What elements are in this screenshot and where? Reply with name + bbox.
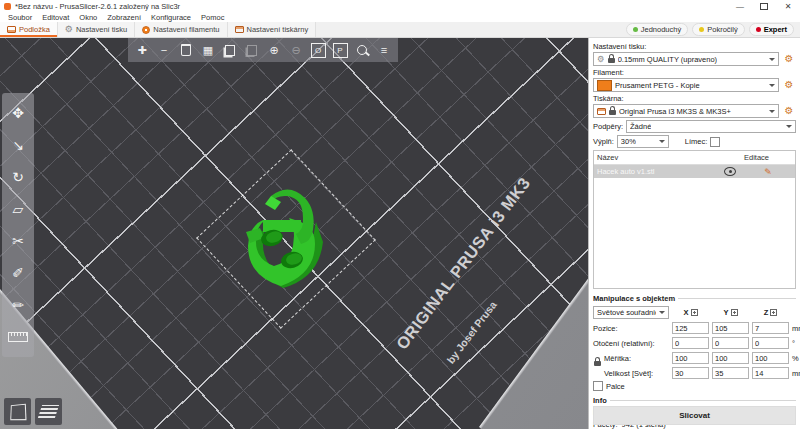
printer-label: Tiskárna: — [593, 94, 796, 103]
edit-object-icon[interactable]: ✎ — [764, 167, 772, 177]
info-title: Info — [593, 396, 796, 405]
mode-expert[interactable]: Expert — [749, 23, 794, 36]
model-hook[interactable] — [230, 176, 334, 296]
seam-painting-icon[interactable]: ✏ — [5, 291, 31, 319]
chevron-down-icon — [659, 311, 665, 314]
split-to-objects-icon[interactable]: O — [308, 41, 328, 60]
scale-unit: % — [792, 354, 800, 363]
slice-button[interactable]: Slicovat — [593, 406, 796, 425]
tab-printer-settings[interactable]: Nastavení tiskárny — [228, 22, 317, 37]
cut-tool-icon[interactable]: ✂ — [5, 227, 31, 255]
mode-advanced[interactable]: Pokročilý — [692, 23, 744, 36]
close-button[interactable]: ✕ — [776, 0, 800, 12]
mode-advanced-label: Pokročilý — [707, 25, 737, 34]
position-label: Pozice: — [593, 324, 669, 333]
printer-icon — [597, 108, 606, 115]
rotation-z-input[interactable] — [752, 337, 789, 349]
axis-y-icon[interactable] — [731, 309, 738, 316]
editor-view-button[interactable] — [4, 398, 31, 425]
uniform-scale-lock-icon[interactable] — [594, 361, 601, 366]
add-object-icon[interactable]: ✚ — [132, 41, 152, 60]
rotation-y-input[interactable] — [712, 337, 749, 349]
size-x-input[interactable] — [672, 367, 709, 379]
delete-object-icon[interactable]: − — [154, 41, 174, 60]
position-z-input[interactable] — [752, 322, 789, 334]
scale-z-input[interactable] — [752, 352, 789, 364]
rotate-gizmo-icon[interactable]: ↻ — [5, 163, 31, 191]
tab-plater[interactable]: Podložka — [0, 22, 58, 37]
window-controls: — ✕ — [728, 0, 800, 12]
tab-filament-settings[interactable]: Nastavení filamentu — [135, 22, 227, 37]
supports-combo[interactable]: Žádné — [626, 120, 796, 133]
split-parts-box-icon: P — [333, 43, 348, 58]
axis-z-icon[interactable] — [770, 309, 777, 316]
filament-value: Prusament PETG - Kopie — [615, 81, 700, 90]
filament-label: Filament: — [593, 68, 796, 77]
paste-icon[interactable] — [242, 41, 262, 60]
ruler-icon — [8, 332, 28, 342]
object-list-row[interactable]: Hacek auto v1.stl ✎ — [594, 165, 795, 178]
coordinate-system-combo[interactable]: Světové souřadnice — [593, 306, 669, 319]
scale-gizmo-icon[interactable]: ↘ — [5, 131, 31, 159]
split-to-parts-icon[interactable]: P — [330, 41, 350, 60]
variable-layer-height-icon[interactable]: ≡ — [374, 41, 394, 60]
scale-x-input[interactable] — [672, 352, 709, 364]
edit-print-settings-button[interactable]: ⚙ — [782, 52, 796, 66]
printer-icon — [235, 26, 244, 33]
size-z-input[interactable] — [752, 367, 789, 379]
remove-instance-icon[interactable]: ⊖ — [286, 41, 306, 60]
menu-pomoc[interactable]: Pomoc — [196, 13, 229, 22]
axis-x-icon[interactable] — [691, 309, 698, 316]
size-y-input[interactable] — [712, 367, 749, 379]
menu-okno[interactable]: Okno — [74, 13, 102, 22]
object-list: Název Editace Hacek auto v1.stl ✎ — [593, 150, 796, 289]
edit-printer-button[interactable]: ⚙ — [782, 104, 796, 118]
sidebar-panel: Nastavení tisku: ⚙ 0.15mm QUALITY (uprav… — [588, 38, 800, 429]
filament-spool-icon — [142, 26, 150, 34]
preview-layers-button[interactable] — [35, 398, 62, 425]
search-icon[interactable] — [352, 41, 372, 60]
minimize-button[interactable]: — — [728, 0, 752, 12]
printer-combo[interactable]: Original Prusa i3 MK3S & MK3S+ — [593, 104, 779, 118]
maximize-button[interactable] — [752, 0, 776, 12]
object-list-header: Název Editace — [594, 151, 795, 165]
delete-all-icon[interactable] — [176, 41, 196, 60]
edit-filament-button[interactable]: ⚙ — [782, 78, 796, 92]
tab-plater-label: Podložka — [19, 25, 50, 34]
tab-print-settings[interactable]: ⚙ Nastavení tisku — [58, 22, 135, 37]
filament-combo[interactable]: Prusament PETG - Kopie — [593, 78, 779, 92]
viewport-3d[interactable]: ORIGINAL PRUSA i3 MK3 by Josef Prusa ✚ −… — [0, 38, 588, 429]
visibility-eye-icon[interactable] — [724, 167, 736, 176]
maximize-icon — [760, 3, 768, 10]
measure-tool-icon[interactable] — [5, 323, 31, 351]
position-x-input[interactable] — [672, 322, 709, 334]
menubar: Soubor Editovat Okno Zobrazení Konfigura… — [0, 12, 800, 22]
menu-zobrazeni[interactable]: Zobrazení — [102, 13, 146, 22]
place-on-face-icon[interactable]: ▱ — [5, 195, 31, 223]
manipulation-grid: Světové souřadnice X Y Z Pozice: mm Otoč… — [593, 306, 796, 379]
move-gizmo-icon[interactable]: ✥ — [5, 99, 31, 127]
titlebar: *Bez názvu - PrusaSlicer-2.6.1 založený … — [0, 0, 800, 12]
cube-view-icon — [10, 403, 26, 419]
menu-konfigurace[interactable]: Konfigurace — [146, 13, 196, 22]
copy-icon[interactable] — [220, 41, 240, 60]
paint-supports-icon[interactable]: ✐ — [5, 259, 31, 287]
axis-x-header: X — [672, 308, 709, 317]
menu-soubor[interactable]: Soubor — [3, 13, 37, 22]
mode-simple[interactable]: Jednoduchý — [626, 23, 688, 36]
inches-checkbox[interactable] — [593, 381, 603, 391]
prusaslicer-logo-icon — [4, 3, 11, 10]
tab-print-settings-label: Nastavení tisku — [76, 25, 127, 34]
brim-checkbox[interactable] — [710, 137, 720, 147]
rotation-x-input[interactable] — [672, 337, 709, 349]
print-settings-combo[interactable]: ⚙ 0.15mm QUALITY (upraveno) — [593, 52, 779, 66]
menu-editovat[interactable]: Editovat — [37, 13, 74, 22]
arrange-icon[interactable]: ▦ — [198, 41, 218, 60]
infill-combo[interactable]: 30% — [617, 135, 669, 148]
position-y-input[interactable] — [712, 322, 749, 334]
manipulation-title: Manipulace s objektem — [593, 294, 796, 303]
brim-label: Límec: — [685, 137, 708, 146]
scale-y-input[interactable] — [712, 352, 749, 364]
axis-y-header: Y — [712, 308, 749, 317]
add-instance-icon[interactable]: ⊕ — [264, 41, 284, 60]
